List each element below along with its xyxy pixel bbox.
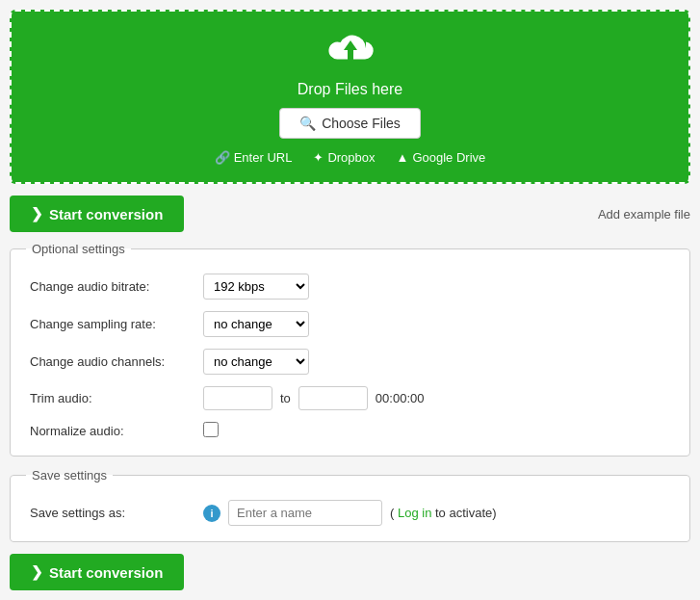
trim-audio-row: Trim audio: to 00:00:00: [26, 380, 674, 416]
audio-channels-row: Change audio channels: no change 1 (Mono…: [26, 343, 674, 380]
audio-bitrate-label: Change audio bitrate:: [26, 268, 199, 305]
normalize-audio-row: Normalize audio:: [26, 416, 674, 446]
dropbox-icon: ✦: [313, 150, 324, 165]
top-start-conversion-button[interactable]: ❯ Start conversion: [10, 196, 184, 232]
choose-files-button[interactable]: 🔍 Choose Files: [279, 108, 421, 139]
drop-files-text: Drop Files here: [21, 81, 679, 98]
sampling-rate-row: Change sampling rate: no change 8000 Hz …: [26, 305, 674, 343]
login-link[interactable]: Log in: [398, 506, 431, 520]
optional-settings-legend: Optional settings: [26, 242, 131, 256]
bottom-chevron-right-icon: ❯: [31, 563, 43, 581]
upload-icon: [324, 31, 376, 73]
drive-label: Google Drive: [412, 150, 485, 165]
page-wrapper: Drop Files here 🔍 Choose Files 🔗 Enter U…: [0, 0, 700, 600]
audio-channels-select[interactable]: no change 1 (Mono) 2 (Stereo): [203, 349, 309, 375]
save-settings-fieldset: Save settings Save settings as: i ( Log …: [10, 468, 690, 542]
sampling-rate-select[interactable]: no change 8000 Hz 11025 Hz 22050 Hz 4410…: [203, 311, 309, 337]
login-note: ( Log in to activate): [390, 506, 497, 520]
trim-to-label: to: [280, 391, 291, 405]
trim-end-input[interactable]: [298, 386, 368, 410]
link-icon: 🔗: [215, 150, 230, 165]
choose-files-label: Choose Files: [322, 116, 401, 131]
audio-channels-label: Change audio channels:: [26, 343, 199, 380]
bottom-conversion-row: ❯ Start conversion: [10, 554, 690, 590]
login-note-suffix: to activate): [435, 506, 497, 520]
top-start-conversion-label: Start conversion: [49, 206, 163, 222]
trim-audio-label: Trim audio:: [26, 380, 199, 416]
top-conversion-row: ❯ Start conversion Add example file: [10, 196, 690, 232]
save-settings-table: Save settings as: i ( Log in to activate…: [26, 494, 674, 532]
google-drive-link[interactable]: ▲ Google Drive: [397, 150, 486, 165]
bottom-start-conversion-button[interactable]: ❯ Start conversion: [10, 554, 184, 590]
trim-start-input[interactable]: [203, 386, 272, 410]
bottom-start-conversion-label: Start conversion: [49, 564, 163, 581]
drive-icon: ▲: [397, 150, 409, 165]
optional-settings-fieldset: Optional settings Change audio bitrate: …: [10, 242, 690, 457]
save-settings-legend: Save settings: [26, 468, 113, 483]
sampling-rate-label: Change sampling rate:: [26, 305, 199, 343]
save-row: i ( Log in to activate): [203, 500, 670, 526]
save-name-input[interactable]: [228, 500, 382, 526]
trim-row: to 00:00:00: [203, 386, 670, 410]
trim-time-display: 00:00:00: [376, 391, 425, 405]
audio-bitrate-row: Change audio bitrate: 32 kbps 64 kbps 96…: [26, 268, 674, 305]
settings-table: Change audio bitrate: 32 kbps 64 kbps 96…: [26, 268, 674, 446]
dropbox-label: Dropbox: [327, 150, 375, 165]
enter-url-link[interactable]: 🔗 Enter URL: [215, 150, 293, 165]
normalize-audio-checkbox[interactable]: [203, 422, 219, 437]
save-settings-label: Save settings as:: [26, 494, 199, 532]
save-settings-row: Save settings as: i ( Log in to activate…: [26, 494, 674, 532]
source-links: 🔗 Enter URL ✦ Dropbox ▲ Google Drive: [21, 150, 679, 165]
info-icon[interactable]: i: [203, 505, 220, 522]
drop-zone[interactable]: Drop Files here 🔍 Choose Files 🔗 Enter U…: [10, 10, 690, 184]
add-example-link[interactable]: Add example file: [598, 207, 690, 222]
dropbox-link[interactable]: ✦ Dropbox: [313, 150, 375, 165]
audio-bitrate-select[interactable]: 32 kbps 64 kbps 96 kbps 128 kbps 160 kbp…: [203, 274, 309, 300]
enter-url-label: Enter URL: [234, 150, 293, 165]
search-icon: 🔍: [299, 116, 316, 131]
chevron-right-icon: ❯: [31, 205, 43, 222]
normalize-audio-label: Normalize audio:: [26, 416, 199, 446]
